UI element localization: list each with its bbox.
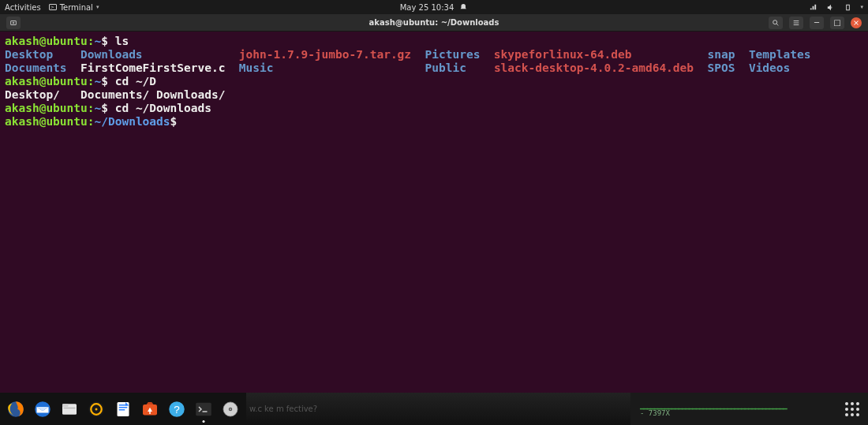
chevron-down-icon: ▾ bbox=[860, 4, 863, 10]
maximize-button[interactable]: □ bbox=[830, 17, 844, 29]
dir-entry: Templates bbox=[749, 48, 811, 61]
prompt-userhost: akash@ubuntu: bbox=[5, 75, 95, 88]
tab-completion: Desktop/ bbox=[5, 88, 60, 101]
tab-completion: Downloads/ bbox=[156, 88, 225, 101]
dock-rhythmbox[interactable] bbox=[85, 398, 107, 420]
dock-background-strip: w.c ke m fective? bbox=[246, 393, 630, 425]
chevron-down-icon: ▾ bbox=[96, 4, 99, 10]
window-title: akash@ubuntu: ~/Downloads bbox=[369, 18, 499, 27]
activities-button[interactable]: Activities bbox=[5, 3, 41, 12]
dir-entry: Desktop bbox=[5, 48, 53, 61]
hamburger-menu-button[interactable] bbox=[789, 17, 803, 29]
dock-software-center[interactable] bbox=[139, 398, 161, 420]
sys-panel-line2: - 7397X bbox=[640, 409, 826, 417]
gnome-top-bar: Activities Terminal ▾ May 25 10:34 ▾ bbox=[0, 0, 868, 14]
prompt-path: ~/Downloads bbox=[95, 115, 170, 128]
show-applications-button[interactable] bbox=[836, 393, 868, 425]
dock-help[interactable]: ? bbox=[166, 398, 188, 420]
close-button[interactable] bbox=[851, 17, 862, 28]
system-monitor-panel: ▁▁▁▁▁▁▁▁▁▁▁▁▁▁▁▁▁▁▁▁▁▁▁▁▁▁▁▁▁▁▁▁▁▁▁▁▁▁▁▁… bbox=[630, 393, 836, 425]
dir-entry: Music bbox=[239, 62, 274, 74]
file-entry: slack-desktop-4.0.2-amd64.deb bbox=[494, 62, 694, 74]
notification-icon bbox=[458, 2, 468, 12]
dock-libreoffice-writer[interactable] bbox=[112, 398, 134, 420]
file-entry: FirstComeFirstServe.c bbox=[80, 62, 225, 74]
network-icon bbox=[808, 2, 817, 12]
dock: ? bbox=[0, 393, 246, 425]
app-menu[interactable]: Terminal ▾ bbox=[49, 3, 99, 12]
dir-entry: Downloads bbox=[80, 48, 143, 61]
new-tab-button[interactable] bbox=[6, 17, 21, 29]
file-entry: john-1.7.9-jumbo-7.tar.gz bbox=[239, 48, 411, 61]
search-button[interactable] bbox=[769, 17, 783, 29]
dir-entry: Public bbox=[425, 62, 466, 74]
prompt-userhost: akash@ubuntu: bbox=[5, 35, 95, 47]
dock-files[interactable] bbox=[58, 398, 80, 420]
prompt-path: ~ bbox=[95, 102, 102, 114]
command: ls bbox=[115, 35, 129, 47]
volume-icon bbox=[825, 2, 835, 12]
apps-grid-icon bbox=[845, 402, 859, 416]
file-entry: skypeforlinux-64.deb bbox=[494, 48, 632, 61]
system-status-area[interactable]: ▾ bbox=[808, 2, 863, 12]
terminal-header-bar: akash@ubuntu: ~/Downloads ─ □ bbox=[0, 14, 868, 32]
dir-entry: Pictures bbox=[425, 48, 481, 61]
dock-firefox[interactable] bbox=[5, 398, 27, 420]
prompt-userhost: akash@ubuntu: bbox=[5, 115, 95, 128]
dir-entry: snap bbox=[708, 48, 735, 61]
svg-point-1 bbox=[773, 20, 777, 24]
bottom-panel: ? w.c ke m fective? ▁▁▁▁▁▁▁▁▁▁▁▁▁▁▁▁▁▁▁▁… bbox=[0, 393, 868, 425]
faded-background-text: w.c ke m fective? bbox=[249, 404, 317, 413]
terminal-output[interactable]: akash@ubuntu:~$ ls Desktop Downloads joh… bbox=[0, 32, 868, 393]
dock-terminal[interactable] bbox=[193, 398, 215, 420]
battery-icon bbox=[843, 2, 852, 12]
prompt-path: ~ bbox=[95, 75, 102, 88]
dock-thunderbird[interactable] bbox=[32, 398, 54, 420]
prompt-path: ~ bbox=[95, 35, 102, 47]
sparkline: ▁▁▁▁▁▁▁▁▁▁▁▁▁▁▁▁▁▁▁▁▁▁▁▁▁▁▁▁▁▁▁▁▁▁▁▁▁▁▁▁… bbox=[640, 401, 826, 409]
svg-rect-13 bbox=[119, 409, 125, 411]
clock-label: May 25 10:34 bbox=[400, 3, 455, 12]
command: cd ~/Downloads bbox=[115, 102, 211, 114]
svg-point-9 bbox=[95, 408, 98, 410]
app-menu-label: Terminal bbox=[60, 3, 93, 12]
minimize-button[interactable]: ─ bbox=[810, 17, 824, 29]
svg-rect-12 bbox=[119, 407, 128, 408]
dir-entry: Videos bbox=[749, 62, 790, 74]
svg-rect-6 bbox=[64, 407, 76, 408]
dir-entry: SPOS bbox=[708, 62, 735, 74]
svg-point-21 bbox=[230, 408, 231, 410]
clock[interactable]: May 25 10:34 bbox=[400, 2, 469, 12]
svg-rect-17 bbox=[196, 402, 211, 416]
svg-rect-5 bbox=[62, 404, 69, 407]
dir-entry: Documents bbox=[5, 62, 67, 74]
command: cd ~/D bbox=[115, 75, 156, 88]
prompt-userhost: akash@ubuntu: bbox=[5, 102, 95, 114]
tab-completion: Documents/ bbox=[80, 88, 149, 101]
svg-text:?: ? bbox=[174, 403, 180, 415]
dock-disc[interactable] bbox=[219, 398, 241, 420]
terminal-icon bbox=[49, 4, 57, 10]
